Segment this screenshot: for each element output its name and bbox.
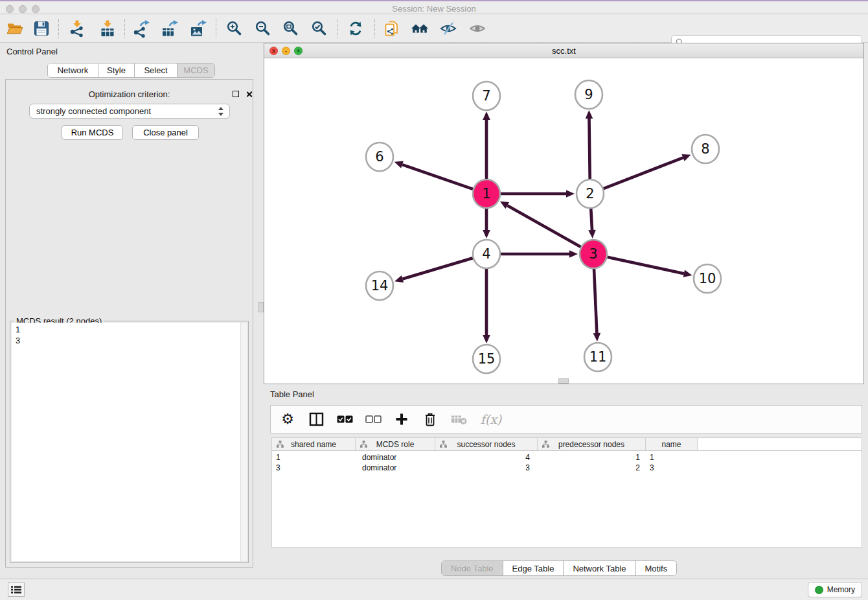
column-label: name: [661, 440, 681, 449]
graph-node-7[interactable]: 7: [473, 82, 500, 110]
graph-edge-2-8[interactable]: [604, 157, 683, 189]
tab-node-table[interactable]: Node Table: [442, 561, 503, 575]
column-header-successor-nodes[interactable]: successor nodes: [435, 438, 538, 450]
import-network-button[interactable]: [66, 17, 88, 40]
svg-text:10: 10: [699, 271, 716, 286]
toolbar-separator: [216, 19, 216, 38]
clone-network-icon: [383, 19, 401, 38]
table-panel-title: Table Panel: [270, 389, 314, 399]
hide-graphics-details-button[interactable]: [437, 17, 459, 40]
deselect-all-button[interactable]: [364, 410, 382, 428]
network-window-title: scc.txt: [264, 46, 863, 56]
sort-hierarchy-icon: [542, 441, 549, 448]
graph-node-3[interactable]: 3: [580, 240, 607, 268]
tab-style[interactable]: Style: [98, 63, 135, 77]
graph-edge-4-14[interactable]: [402, 258, 472, 279]
homes-icon: [410, 19, 429, 38]
apply-function-button[interactable]: f(x): [478, 410, 504, 428]
graph-node-11[interactable]: 11: [584, 343, 611, 371]
graph-node-9[interactable]: 9: [575, 80, 602, 109]
splitter-grip-horizontal[interactable]: [558, 378, 569, 384]
column-header-mcds-role[interactable]: MCDS role: [356, 438, 435, 450]
mcds-result-list[interactable]: 1 3: [12, 323, 247, 561]
graph-node-2[interactable]: 2: [577, 179, 604, 208]
export-network-button[interactable]: [130, 17, 152, 40]
zoom-fit-button[interactable]: [280, 17, 302, 40]
tab-network[interactable]: Network: [48, 63, 98, 77]
export-table-button[interactable]: [159, 17, 181, 40]
task-history-button[interactable]: [8, 583, 25, 597]
cell-successor-nodes: 3: [435, 463, 538, 474]
column-header-shared-name[interactable]: shared name: [272, 438, 356, 450]
graph-edge-3-11[interactable]: [594, 268, 597, 333]
tab-motifs[interactable]: Motifs: [636, 561, 677, 575]
table-row[interactable]: 3 dominator 3 2 3: [272, 463, 862, 474]
delete-row-button[interactable]: [421, 410, 439, 428]
unchecked-boxes-icon: [365, 415, 382, 423]
select-all-button[interactable]: [336, 410, 354, 428]
network-canvas[interactable]: 1234678910111415: [264, 58, 863, 384]
graph-edge-2-9[interactable]: [589, 119, 589, 179]
reset-home-button[interactable]: [409, 17, 431, 40]
graph-node-10[interactable]: 10: [694, 264, 721, 293]
zoom-selected-button[interactable]: [308, 17, 330, 40]
eye-icon: [468, 19, 486, 38]
clone-network-button[interactable]: [381, 17, 403, 40]
graph-node-1[interactable]: 1: [473, 179, 500, 208]
optimization-select[interactable]: strongly connected component: [29, 104, 230, 119]
graph-node-6[interactable]: 6: [366, 143, 393, 171]
tab-mcds[interactable]: MCDS: [177, 63, 214, 77]
mcds-result-item[interactable]: 3: [12, 335, 247, 346]
column-layout-button[interactable]: [307, 410, 325, 428]
refresh-view-button[interactable]: [345, 17, 367, 40]
column-label: shared name: [291, 440, 336, 449]
graph-node-14[interactable]: 14: [366, 271, 393, 300]
export-network-icon: [132, 19, 150, 38]
close-panel-button[interactable]: Close panel: [132, 125, 199, 140]
zoom-out-button[interactable]: [252, 17, 274, 40]
graph-node-15[interactable]: 15: [473, 345, 500, 373]
mcds-result-scrollbar[interactable]: [240, 323, 247, 561]
run-mcds-button[interactable]: Run MCDS: [62, 125, 123, 140]
optimization-select-value: strongly connected component: [36, 106, 151, 116]
delete-table-icon: [451, 413, 467, 425]
control-panel-tabs: Network Style Select MCDS: [47, 63, 215, 78]
zoom-in-button[interactable]: [223, 17, 246, 40]
show-graphics-details-button[interactable]: [466, 17, 488, 40]
tab-edge-table[interactable]: Edge Table: [503, 561, 564, 575]
graph-edge-arrowhead: [483, 111, 490, 120]
optimization-criterion-label: Optimization criterion:: [6, 89, 253, 99]
export-image-icon: [189, 19, 207, 38]
column-header-name[interactable]: name: [646, 438, 698, 450]
graph-node-8[interactable]: 8: [692, 135, 719, 163]
graph-edge-3-10[interactable]: [608, 257, 684, 274]
splitter-grip-vertical[interactable]: [258, 302, 264, 312]
export-image-button[interactable]: [187, 17, 209, 40]
open-session-button[interactable]: [4, 17, 26, 40]
svg-text:8: 8: [701, 141, 709, 157]
toolbar-separator: [124, 19, 125, 38]
table-row[interactable]: 1 dominator 4 1 1: [272, 453, 862, 463]
network-window-titlebar[interactable]: x - + scc.txt: [264, 43, 863, 58]
mcds-result-item[interactable]: 1: [12, 324, 247, 335]
tab-network-table[interactable]: Network Table: [564, 561, 635, 575]
memory-button[interactable]: Memory: [808, 582, 862, 597]
gear-icon: ⚙: [281, 412, 294, 426]
export-table-icon: [161, 19, 179, 38]
graph-edge-1-6[interactable]: [402, 165, 473, 189]
delete-table-button[interactable]: [450, 410, 468, 428]
graph-edge-3-1[interactable]: [507, 205, 581, 247]
graph-edge-2-3[interactable]: [591, 208, 592, 230]
import-table-button[interactable]: [97, 17, 119, 40]
add-row-button[interactable]: [393, 410, 411, 428]
graph-node-4[interactable]: 4: [473, 240, 500, 268]
table-settings-button[interactable]: ⚙: [279, 410, 297, 428]
tab-select[interactable]: Select: [135, 63, 177, 77]
save-floppy-icon: [32, 19, 51, 38]
table-panel: Table Panel ⚙: [264, 386, 864, 575]
column-header-predecessor-nodes[interactable]: predecessor nodes: [538, 438, 646, 450]
node-table: shared name MCDS role successor nodes pr…: [271, 437, 862, 548]
svg-text:3: 3: [589, 246, 597, 262]
save-session-button[interactable]: [30, 17, 52, 40]
session-title: Session: New Session: [0, 4, 868, 14]
